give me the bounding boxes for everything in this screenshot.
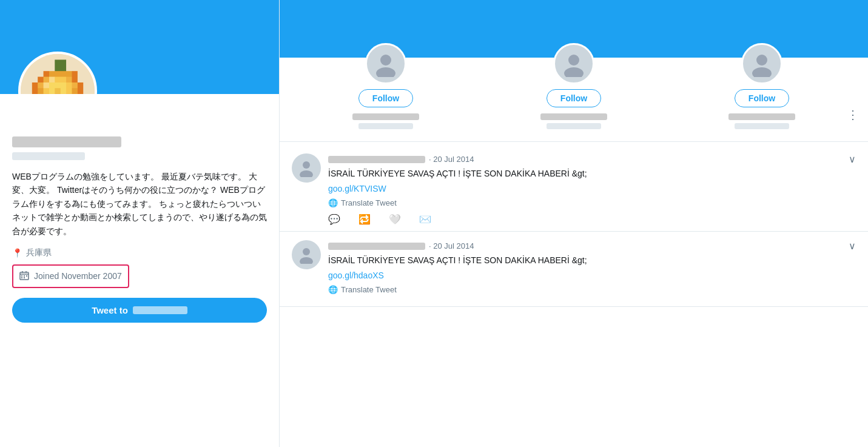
tweet-header-1: · 20 Jul 2014 ∨ xyxy=(328,153,856,165)
avatar xyxy=(18,52,97,94)
follow-button-3[interactable]: Follow xyxy=(735,89,789,107)
tweet-button-label: Tweet to xyxy=(92,305,128,315)
follow-button-2[interactable]: Follow xyxy=(547,89,601,107)
dm-icon-1[interactable]: ✉️ xyxy=(419,213,431,225)
tweet-avatar-1 xyxy=(292,153,321,183)
location-row: 📍 兵庫県 xyxy=(12,247,267,258)
tweet-avatar-2 xyxy=(292,240,321,269)
joined-row: Joined November 2007 xyxy=(12,264,129,288)
suggestion-handle-3 xyxy=(735,123,789,129)
more-button[interactable]: ⋮ xyxy=(844,104,862,125)
tweet-time-1: · 20 Jul 2014 xyxy=(429,155,474,164)
right-panel: Follow Follow Follow xyxy=(279,0,868,447)
svg-point-16 xyxy=(300,170,313,177)
svg-rect-5 xyxy=(24,275,25,277)
svg-point-15 xyxy=(303,161,310,169)
location-icon: 📍 xyxy=(12,248,22,258)
translate-row-1[interactable]: 🌐 Translate Tweet xyxy=(328,198,856,207)
calendar-icon xyxy=(19,271,29,282)
tweet-item-1: · 20 Jul 2014 ∨ İSRAİL TÜRKİYEYE SAVAŞ A… xyxy=(280,145,868,232)
tweet-time-2: · 20 Jul 2014 xyxy=(429,241,474,250)
tweet-actions-1: 💬 🔁 🤍 ✉️ xyxy=(328,213,856,225)
tweet-link-2[interactable]: goo.gl/hdaoXS xyxy=(328,271,856,280)
globe-icon-2: 🌐 xyxy=(328,285,338,294)
divider-1 xyxy=(280,141,868,142)
location-text: 兵庫県 xyxy=(26,247,52,258)
translate-text-1: Translate Tweet xyxy=(341,198,397,207)
suggestion-handle-2 xyxy=(547,123,601,129)
suggestion-name-2 xyxy=(540,113,607,120)
svg-rect-8 xyxy=(24,277,25,278)
svg-point-12 xyxy=(564,67,584,77)
svg-point-10 xyxy=(376,67,395,77)
tweet-link-1[interactable]: goo.gl/KTVISW xyxy=(328,184,856,193)
tweet-to-name-blurred xyxy=(133,306,187,314)
svg-point-11 xyxy=(568,55,579,66)
tweet-body-1: · 20 Jul 2014 ∨ İSRAİL TÜRKİYEYE SAVAŞ A… xyxy=(328,153,856,225)
svg-point-13 xyxy=(756,55,767,66)
translate-text-2: Translate Tweet xyxy=(341,285,397,294)
like-icon-1[interactable]: 🤍 xyxy=(389,213,401,225)
username-blurred xyxy=(12,152,85,160)
tweet-body-2: · 20 Jul 2014 ∨ İSRAİL TÜRKİYEYE SAVAŞ A… xyxy=(328,240,856,300)
svg-point-9 xyxy=(380,55,391,66)
tweet-text-1: İSRAİL TÜRKİYEYE SAVAŞ AÇTI ! İŞTE SON D… xyxy=(328,167,856,180)
svg-rect-7 xyxy=(21,277,22,278)
globe-icon-1: 🌐 xyxy=(328,198,338,207)
svg-point-18 xyxy=(300,257,313,264)
tweet-chevron-1[interactable]: ∨ xyxy=(849,153,856,165)
retweet-icon-1[interactable]: 🔁 xyxy=(358,213,371,225)
tweet-header-2: · 20 Jul 2014 ∨ xyxy=(328,240,856,252)
tweet-to-button[interactable]: Tweet to xyxy=(12,298,267,323)
tweet-item-2: · 20 Jul 2014 ∨ İSRAİL TÜRKİYEYE SAVAŞ A… xyxy=(280,232,868,307)
svg-rect-6 xyxy=(26,275,27,277)
svg-rect-4 xyxy=(21,275,22,277)
suggestion-item-2: Follow xyxy=(480,58,668,138)
profile-info: WEBプログラムの勉強をしています。 最近夏バテ気味です。 大変、大変。 Twi… xyxy=(0,136,279,332)
display-name-blurred xyxy=(12,136,121,147)
translate-row-2[interactable]: 🌐 Translate Tweet xyxy=(328,285,856,294)
suggestions-row: Follow Follow Follow xyxy=(280,58,868,138)
suggestion-avatar-1 xyxy=(365,43,406,84)
follow-button-1[interactable]: Follow xyxy=(358,89,413,107)
left-panel: WEBプログラムの勉強をしています。 最近夏バテ気味です。 大変、大変。 Twi… xyxy=(0,0,279,447)
tweet-username-bar-1 xyxy=(328,156,425,163)
suggestion-name-1 xyxy=(352,113,419,120)
suggestion-name-3 xyxy=(728,113,795,120)
svg-point-14 xyxy=(752,67,772,77)
profile-banner xyxy=(0,0,279,94)
tweet-username-bar-2 xyxy=(328,243,425,250)
suggestion-avatar-2 xyxy=(553,43,594,84)
reply-icon-1[interactable]: 💬 xyxy=(328,213,340,225)
tweet-text-2: İSRAİL TÜRKİYEYE SAVAŞ AÇTI ! İŞTE SON D… xyxy=(328,254,856,267)
svg-point-17 xyxy=(303,248,310,255)
bio-text: WEBプログラムの勉強をしています。 最近夏バテ気味です。 大変、大変。 Twi… xyxy=(12,170,267,238)
suggestion-item-1: Follow xyxy=(292,58,480,138)
tweet-chevron-2[interactable]: ∨ xyxy=(849,240,856,252)
avatar-image xyxy=(21,54,95,94)
suggestion-avatar-3 xyxy=(741,43,782,84)
joined-text: Joined November 2007 xyxy=(34,271,122,281)
suggestion-item-3: Follow xyxy=(668,58,856,138)
suggestion-handle-1 xyxy=(358,123,413,129)
